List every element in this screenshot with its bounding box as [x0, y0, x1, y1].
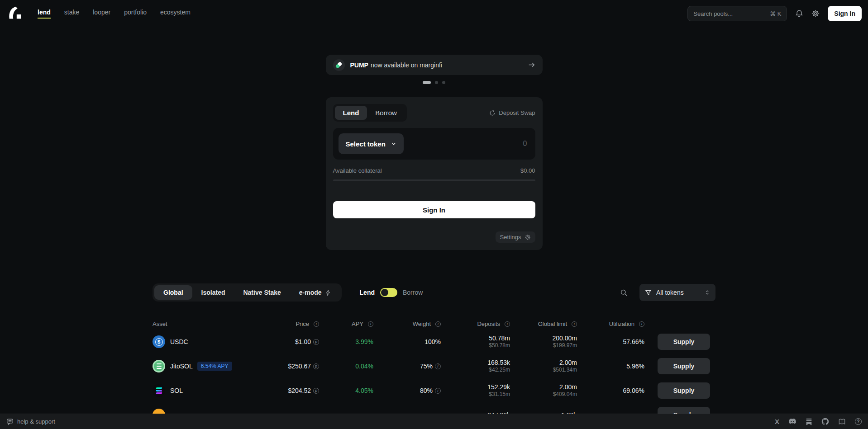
utilization-value: 5.96% [626, 363, 644, 370]
weight-value: 80% [420, 387, 433, 394]
deposit-swap-label: Deposit Swap [499, 109, 535, 116]
asset-name: SOL [170, 387, 183, 394]
gear-icon [525, 234, 531, 240]
segment-native-stake[interactable]: Native Stake [234, 285, 290, 300]
search-shortcut: ⌘ K [770, 10, 781, 17]
supply-button[interactable]: Supply [658, 358, 710, 374]
info-icon[interactable] [639, 321, 644, 327]
info-icon[interactable] [314, 321, 319, 327]
carousel-dot-3[interactable] [442, 81, 445, 84]
funnel-icon [645, 289, 652, 296]
token-filter-dropdown[interactable]: All tokens [639, 284, 715, 301]
segment-isolated[interactable]: Isolated [192, 285, 234, 300]
supply-button[interactable]: Supply [658, 334, 710, 350]
col-apy: APY [319, 321, 373, 327]
info-icon[interactable] [435, 363, 441, 369]
info-icon[interactable] [572, 321, 577, 327]
help-support-link[interactable]: help & support [6, 418, 55, 425]
pool-filter-row: Global Isolated Native Stake e-mode Lend… [153, 283, 715, 302]
info-icon[interactable] [435, 321, 441, 327]
search-pools-input[interactable]: Search pools... ⌘ K [687, 6, 787, 21]
help-support-label: help & support [17, 418, 55, 425]
segment-global[interactable]: Global [154, 285, 192, 300]
table-row-jitosol[interactable]: JitoSOL 6.54% APY $250.67 0.04% 75% 168.… [153, 354, 711, 378]
oracle-price-icon[interactable] [313, 388, 319, 394]
limit-usd: $199.97m [553, 342, 577, 349]
nav-item-stake[interactable]: stake [64, 9, 79, 19]
info-icon[interactable] [368, 321, 373, 327]
help-circle-icon[interactable] [855, 418, 862, 425]
refresh-icon [489, 110, 496, 116]
tab-borrow[interactable]: Borrow [367, 106, 405, 120]
segment-emode[interactable]: e-mode [290, 285, 340, 300]
discord-icon[interactable] [788, 418, 796, 425]
deposits-usd: $50.78m [489, 342, 510, 349]
arrow-right-icon[interactable] [528, 61, 535, 69]
carousel-dot-2[interactable] [435, 81, 438, 84]
limit-usd: $501.34m [553, 367, 577, 373]
apy-value: 3.99% [355, 338, 373, 345]
deposit-swap-button[interactable]: Deposit Swap [489, 109, 535, 116]
table-row-usdc[interactable]: $ USDC $1.00 3.99% 100% 50.78m$50.78m 20… [153, 330, 711, 354]
settings-gear-icon[interactable] [811, 9, 820, 18]
notifications-bell-icon[interactable] [795, 9, 803, 18]
sol-icon [153, 384, 165, 397]
weight-value: 75% [420, 363, 433, 370]
announcement-banner[interactable]: PUMPnow available on marginfi [326, 55, 543, 75]
chevron-down-icon [391, 141, 396, 146]
price-value: $250.67 [288, 363, 311, 370]
price-value: $204.52 [288, 387, 311, 394]
info-icon[interactable] [435, 388, 441, 394]
col-utilization: Utilization [577, 321, 644, 327]
deposits-usd: $42.25m [489, 367, 510, 373]
limit-amount: 200.00m [553, 335, 577, 342]
table-row-sol[interactable]: SOL $204.52 4.05% 80% 152.29k$31.15m 2.0… [153, 378, 711, 403]
asset-name: USDC [170, 338, 188, 345]
collateral-label: Available collateral [333, 167, 382, 174]
table-search-icon[interactable] [620, 289, 628, 297]
usdc-icon: $ [153, 335, 165, 348]
token-filter-label: All tokens [656, 289, 700, 296]
lend-borrow-switch[interactable] [380, 288, 397, 297]
col-weight: Weight [373, 321, 441, 327]
table-header: Asset Price APY Weight Deposits Global l… [153, 318, 711, 330]
docs-book-icon[interactable] [838, 418, 846, 425]
carousel-dot-1[interactable] [423, 81, 431, 84]
weight-value: 100% [424, 338, 441, 345]
toggle-label-borrow[interactable]: Borrow [403, 289, 423, 296]
pump-token-icon [333, 59, 345, 71]
search-placeholder: Search pools... [693, 10, 733, 17]
banner-carousel-dots [0, 81, 868, 84]
pool-table: Asset Price APY Weight Deposits Global l… [153, 318, 715, 427]
toggle-label-lend[interactable]: Lend [360, 289, 375, 296]
banner-token-name: PUMP [350, 61, 368, 69]
select-token-button[interactable]: Select token [339, 133, 404, 154]
marginfi-logo-icon[interactable] [6, 5, 24, 22]
substack-icon[interactable] [806, 418, 812, 425]
info-icon[interactable] [505, 321, 510, 327]
x-icon[interactable]: X [775, 418, 779, 425]
sign-in-button[interactable]: Sign In [828, 6, 862, 21]
supply-button[interactable]: Supply [658, 382, 710, 399]
tab-lend[interactable]: Lend [335, 106, 367, 120]
collateral-value: $0.00 [520, 167, 535, 174]
apy-value: 4.05% [355, 387, 373, 394]
amount-input[interactable]: 0 [523, 140, 530, 148]
card-sign-in-button[interactable]: Sign In [333, 201, 535, 218]
chat-bubble-icon [6, 418, 14, 425]
main-nav: lend stake looper portfolio ecosystem [38, 9, 191, 19]
banner-message: now available on marginfi [371, 61, 442, 69]
main-content: PUMPnow available on marginfi Lend Borro… [0, 55, 868, 427]
lend-borrow-toggle-group: Lend Borrow [360, 288, 423, 297]
github-icon[interactable] [821, 418, 829, 425]
nav-item-looper[interactable]: looper [93, 9, 110, 19]
nav-item-ecosystem[interactable]: ecosystem [160, 9, 191, 19]
jitosol-icon [153, 360, 165, 372]
settings-button[interactable]: Settings [496, 231, 535, 243]
nav-item-lend[interactable]: lend [38, 9, 51, 19]
oracle-price-icon[interactable] [313, 363, 319, 369]
deposits-amount: 168.53k [487, 359, 510, 367]
action-card: Lend Borrow Deposit Swap Select token [326, 97, 543, 250]
oracle-price-icon[interactable] [313, 339, 319, 345]
nav-item-portfolio[interactable]: portfolio [124, 9, 147, 19]
